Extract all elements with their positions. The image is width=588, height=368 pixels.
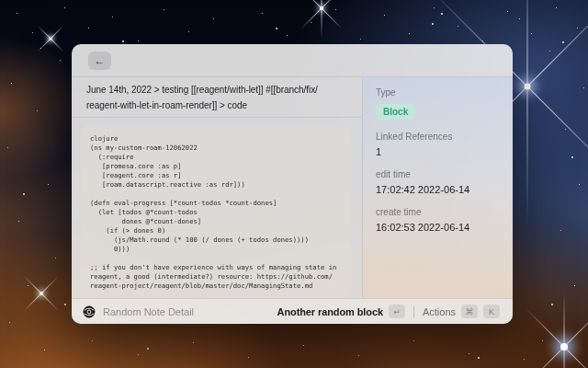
breadcrumb[interactable]: June 14th, 2022 > testing [[reagent/with…: [72, 77, 362, 118]
code-block: clojure (ns my-custom-roam-12062022 (:re…: [81, 126, 351, 295]
code-text: clojure (ns my-custom-roam-12062022 (:re…: [90, 134, 342, 291]
field-label: Type: [376, 87, 503, 98]
field-label: edit time: [376, 169, 503, 179]
metadata-field-linked-references: Linked References 1: [376, 132, 503, 157]
footer-app-info: Random Note Detail: [83, 305, 194, 318]
content-area: June 14th, 2022 > testing [[reagent/with…: [72, 77, 513, 298]
main-panel: June 14th, 2022 > testing [[reagent/with…: [72, 77, 363, 298]
actions-label: Actions: [423, 306, 456, 317]
field-value: 17:02:42 2022-06-14: [376, 184, 503, 195]
metadata-field-create-time: create time 16:02:53 2022-06-14: [376, 207, 503, 233]
window-header: ←: [72, 44, 513, 77]
cmd-key-icon: ⌘: [461, 305, 478, 318]
field-label: create time: [376, 207, 503, 217]
type-badge: Block: [376, 104, 415, 120]
footer-divider: [413, 306, 414, 317]
starfield-large: [0, 0, 2, 2]
metadata-field-type: Type Block: [376, 87, 503, 120]
enter-key-icon: ↵: [389, 305, 405, 318]
primary-action-label: Another random block: [277, 306, 383, 317]
roam-logo-icon: [83, 305, 96, 318]
metadata-field-edit-time: edit time 17:02:42 2022-06-14: [376, 169, 503, 195]
note-detail-window: ← June 14th, 2022 > testing [[reagent/wi…: [72, 44, 513, 324]
field-value: 16:02:53 2022-06-14: [376, 222, 503, 233]
metadata-sidebar: Type Block Linked References 1 edit time…: [363, 77, 513, 298]
app-title: Random Note Detail: [103, 306, 194, 317]
breadcrumb-line-1: June 14th, 2022 > testing [[reagent/with…: [86, 82, 347, 98]
back-button[interactable]: ←: [88, 52, 111, 70]
field-label: Linked References: [376, 132, 503, 142]
breadcrumb-line-2: reagent-with-let-in-roam-render]] > code: [86, 98, 347, 113]
another-random-block-button[interactable]: Another random block ↵: [276, 303, 407, 320]
back-arrow-icon: ←: [95, 52, 106, 69]
k-key-icon: K: [483, 305, 500, 318]
field-value: 1: [376, 146, 503, 157]
actions-button[interactable]: Actions ⌘ K: [421, 303, 502, 320]
footer-bar: Random Note Detail Another random block …: [72, 298, 513, 324]
